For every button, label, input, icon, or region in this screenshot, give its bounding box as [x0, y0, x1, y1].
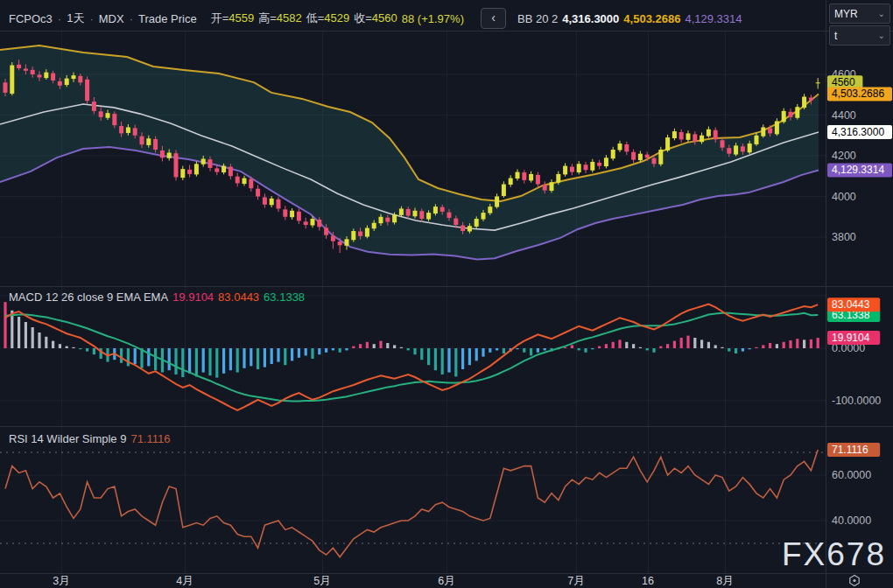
svg-text:8月: 8月 [716, 575, 733, 587]
price-scale-controls: MYR ⌄ t ⌄ [829, 4, 890, 46]
series-type-label: Trade Price [138, 12, 197, 25]
chevron-left-icon: ‹ [491, 10, 496, 24]
svg-text:60.0000: 60.0000 [832, 469, 871, 481]
currency-dropdown[interactable]: MYR ⌄ [829, 4, 890, 24]
currency-dropdown-value: MYR [834, 8, 858, 20]
ohlc-close: 收=4560 [354, 10, 397, 26]
collapse-indicators-button[interactable]: ‹ [481, 8, 506, 29]
svg-text:4,129.3314: 4,129.3314 [832, 164, 884, 176]
bb-basis-value: 4,316.3000 [562, 12, 619, 25]
symbol-title[interactable]: FCPOc3 [9, 12, 53, 25]
exchange-label: MDX [99, 12, 124, 25]
svg-text:7月: 7月 [567, 575, 584, 587]
svg-text:4,503.2686: 4,503.2686 [832, 88, 884, 100]
macd-line-value: 83.0443 [218, 290, 259, 304]
trading-chart-window: 460044004200400038000.0000-100.000060.00… [0, 0, 893, 588]
ohlc-low: 低=4529 [306, 10, 350, 26]
svg-text:4400: 4400 [832, 109, 856, 122]
chevron-down-icon: ⌄ [878, 31, 885, 40]
unit-dropdown[interactable]: t ⌄ [829, 25, 890, 46]
svg-text:71.1116: 71.1116 [832, 444, 868, 456]
ohlc-high: 高=4582 [258, 10, 302, 26]
svg-text:19.9104: 19.9104 [832, 332, 870, 344]
macd-pane-legend: MACD 12 26 close 9 EMA EMA 19.9104 83.04… [9, 290, 305, 304]
macd-hist-value: 19.9104 [172, 290, 214, 304]
macd-signal-value: 63.1338 [264, 290, 305, 304]
svg-text:4月: 4月 [176, 575, 193, 587]
fx678-watermark: FX678 [782, 536, 886, 573]
svg-text:4000: 4000 [832, 191, 856, 203]
unit-dropdown-value: t [834, 30, 837, 42]
svg-text:40.0000: 40.0000 [832, 514, 871, 527]
change-label: 88 (+1.97%) [402, 12, 464, 25]
svg-text:3800: 3800 [832, 231, 856, 243]
svg-text:4560: 4560 [832, 76, 855, 88]
svg-text:3月: 3月 [53, 575, 69, 587]
svg-text:4200: 4200 [832, 150, 856, 162]
ohlc-open: 开=4559 [211, 10, 255, 26]
bb-upper-value: 4,503.2686 [623, 12, 680, 25]
main-pane-legend: FCPOc3 · 1天 · MDX · Trade Price 开=4559 高… [9, 8, 742, 29]
svg-text:4,316.3000: 4,316.3000 [832, 126, 884, 138]
chevron-down-icon: ⌄ [878, 9, 885, 18]
separator-dot: · [58, 12, 61, 25]
svg-text:6月: 6月 [438, 575, 454, 587]
bb-indicator-title[interactable]: BB 20 2 [517, 12, 558, 25]
svg-text:5月: 5月 [313, 575, 330, 587]
separator-dot: · [89, 12, 93, 25]
bb-lower-value: 4,129.3314 [685, 12, 742, 25]
rsi-value: 71.1116 [130, 432, 170, 445]
svg-text:83.0443: 83.0443 [832, 298, 870, 311]
separator-dot: · [130, 12, 133, 25]
svg-text:16: 16 [642, 575, 654, 587]
rsi-indicator-title[interactable]: RSI 14 Wilder Simple 9 [9, 432, 126, 445]
rsi-pane-legend: RSI 14 Wilder Simple 9 71.1116 [9, 432, 170, 445]
interval-label[interactable]: 1天 [67, 10, 84, 26]
svg-text:-100.0000: -100.0000 [832, 395, 881, 407]
macd-indicator-title[interactable]: MACD 12 26 close 9 EMA EMA [9, 290, 168, 304]
